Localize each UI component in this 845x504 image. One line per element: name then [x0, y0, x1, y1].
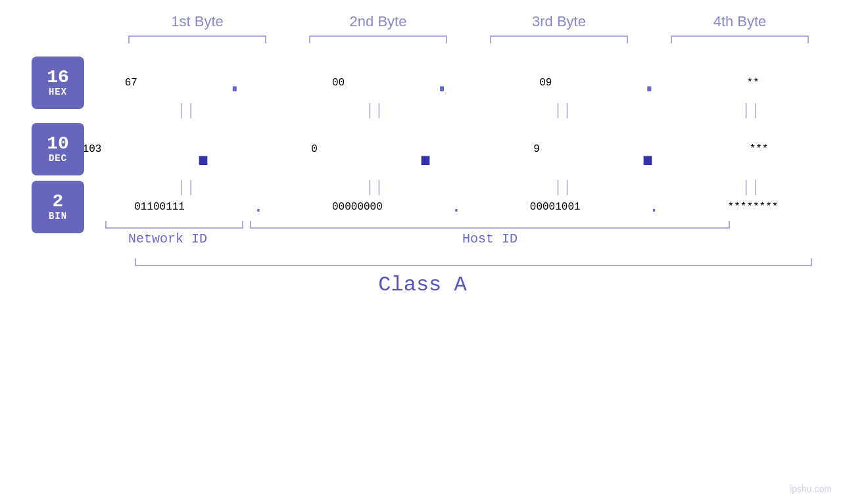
bin-values: 01100111 . 00000000 . 00001001 . *******…	[68, 196, 845, 217]
hex-base-label: HEX	[49, 87, 67, 97]
hex-base-box: 16 HEX	[32, 57, 84, 109]
dec-base-box: 10 DEC	[32, 123, 84, 175]
bracket-4	[671, 35, 809, 43]
top-brackets	[107, 35, 831, 43]
bin-seg2: 00000000	[265, 201, 449, 213]
class-label: Class A	[378, 273, 466, 297]
bin-dot1: .	[253, 196, 264, 217]
network-id-bracket	[105, 221, 243, 229]
dec-seg1: 103	[0, 143, 184, 155]
bin-val1: 01100111	[134, 201, 185, 213]
bin-dot2: .	[450, 196, 462, 217]
host-id-label: Host ID	[243, 231, 736, 246]
hex-val2: 00	[332, 77, 345, 89]
hex-base-num: 16	[47, 68, 69, 87]
bin-val4: ********	[728, 201, 779, 213]
full-bottom-bracket	[135, 258, 812, 266]
hex-dot2: .	[432, 63, 452, 102]
byte-headers: 1st Byte 2nd Byte 3rd Byte 4th Byte	[107, 13, 831, 30]
bin-row: 2 BIN 01100111 . 00000000 . 00001001 . *…	[0, 196, 845, 217]
host-id-bracket	[250, 221, 730, 229]
bin-base-label: BIN	[49, 211, 67, 221]
main-container: 1st Byte 2nd Byte 3rd Byte 4th Byte 16 H…	[0, 0, 845, 504]
byte4-label: 4th Byte	[661, 13, 819, 30]
hex-dot3: .	[639, 63, 660, 102]
dec-dot1: .	[185, 120, 221, 179]
eq1-4: ||	[659, 102, 843, 120]
dec-values: 103 . 0 . 9 . ***	[0, 120, 845, 179]
bin-seg4: ********	[661, 201, 845, 213]
hex-val4: **	[746, 77, 759, 89]
bracket-2	[309, 35, 447, 43]
dec-dot3: .	[630, 120, 665, 179]
bin-val2: 00000000	[332, 201, 383, 213]
dec-seg3: 9	[445, 143, 629, 155]
bracket-1	[128, 35, 266, 43]
dec-seg4: ***	[667, 143, 845, 155]
hex-seg2: 00	[247, 77, 431, 89]
bracket-3	[490, 35, 628, 43]
hex-dot1: .	[224, 63, 245, 102]
bin-val3: 00001001	[530, 201, 581, 213]
bin-base-num: 2	[53, 193, 64, 211]
hex-val3: 09	[539, 77, 552, 89]
watermark: ipshu.com	[790, 484, 832, 494]
dec-base-num: 10	[47, 135, 69, 153]
bin-seg3: 00001001	[463, 201, 647, 213]
dec-dot2: .	[408, 120, 443, 179]
hex-row: 16 HEX 67 . 00 . 09 . **	[0, 63, 845, 102]
dec-val2: 0	[311, 143, 318, 155]
byte1-label: 1st Byte	[118, 13, 276, 30]
dec-val3: 9	[533, 143, 540, 155]
dec-seg2: 0	[222, 143, 406, 155]
bin-dot3: .	[648, 196, 660, 217]
network-id-label: Network ID	[92, 231, 243, 246]
bin-seg1: 01100111	[68, 201, 252, 213]
dec-base-label: DEC	[49, 153, 67, 164]
bottom-bracket-row	[92, 221, 845, 229]
eq2-4: ||	[659, 179, 843, 196]
bin-base-box: 2 BIN	[32, 181, 84, 233]
hex-seg3: 09	[454, 77, 638, 89]
hex-values: 67 . 00 . 09 . **	[39, 63, 845, 102]
eq1-3: ||	[471, 102, 655, 120]
hex-val1: 67	[125, 77, 137, 89]
id-labels-row: Network ID Host ID	[92, 231, 845, 246]
hex-seg4: **	[661, 77, 845, 89]
dec-val1: 103	[83, 143, 102, 155]
dec-val4: ***	[750, 143, 769, 155]
dec-row: 10 DEC 103 . 0 . 9 . ***	[0, 120, 845, 179]
byte2-label: 2nd Byte	[299, 13, 457, 30]
class-label-container: Class A	[0, 273, 845, 297]
byte3-label: 3rd Byte	[480, 13, 638, 30]
eq2-3: ||	[471, 179, 655, 196]
